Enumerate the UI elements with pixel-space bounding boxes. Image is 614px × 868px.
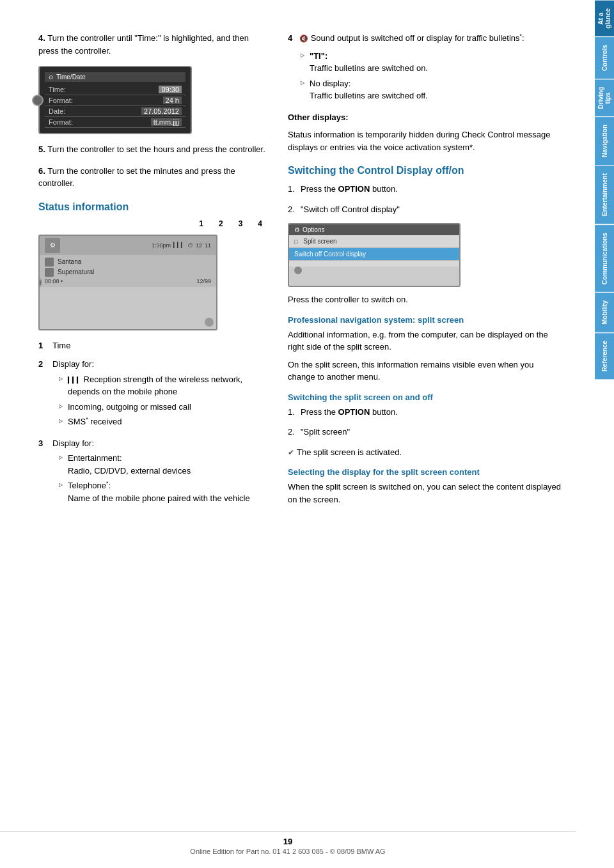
controller-btn	[205, 318, 214, 327]
page-number: 19	[283, 837, 292, 846]
subitem-telephone: Telephone*:Name of the mobile phone pair…	[59, 479, 269, 504]
other-displays-text: Status information is temporarily hidden…	[288, 128, 563, 153]
step-4: 4. Turn the controller until "Time:" is …	[38, 32, 269, 57]
item-2-label: Display for:	[52, 359, 94, 369]
right-step-4-icon: 🔇	[299, 35, 308, 42]
screen-artist: Santana	[45, 258, 211, 267]
switching-step-1: Press the OPTION button.	[288, 183, 563, 196]
screen-music-area: Santana Supernatural 00:08 • 12/99	[40, 255, 216, 287]
options-screen: ⚙ Options □ Split screen Switch off Cont…	[288, 223, 460, 287]
split-screen-option: □ Split screen	[289, 235, 459, 248]
screen-row-date: Date: 27.05.2012	[45, 106, 185, 117]
subitem-sms: SMS* received	[59, 415, 269, 428]
screen-knob	[294, 267, 302, 274]
step-4-text: Turn the controller until "Time:" is hig…	[38, 33, 249, 56]
item-3-label: Display for:	[52, 438, 94, 448]
pro-nav-text1: Additional information, e.g. from the co…	[288, 329, 563, 353]
screen-bottom-area	[289, 267, 459, 286]
step-6: 6. Turn the controller to set the minute…	[38, 165, 269, 190]
screen-icon: ⚙	[45, 238, 60, 253]
subitem-incoming: Incoming, outgoing or missed call	[59, 401, 269, 414]
screen-track-info: 00:08 • 12/99	[45, 278, 211, 284]
no-display-item: No display: Traffic bulletins are switch…	[301, 77, 563, 102]
right-step-4-list: "TI": Traffic bulletins are switched on.…	[288, 50, 563, 102]
right-step-4: 4 🔇 Sound output is switched off or disp…	[288, 32, 563, 102]
item-1-label: Time	[52, 341, 70, 350]
screen-row-format1: Format: 24 h	[45, 95, 185, 106]
right-column: 4 🔇 Sound output is switched off or disp…	[288, 32, 563, 514]
step-5-text: Turn the controller to set the hours and…	[47, 144, 265, 154]
selecting-heading: Selecting the display for the split scre…	[288, 467, 563, 477]
number-labels: 1 2 3 4	[38, 219, 269, 228]
switching-heading: Switching the Control Display off/on	[288, 165, 563, 176]
sidebar-tab-mobility[interactable]: Mobility	[595, 292, 614, 332]
sidebar-tab-driving-tips[interactable]: Driving tips	[595, 79, 614, 116]
split-screen-heading: Switching the split screen on and off	[288, 392, 563, 402]
sidebar-tab-at-a-glance[interactable]: At a glance	[595, 0, 614, 36]
item-2: 2 Display for: ▎▎▎ Reception strength of…	[38, 358, 269, 431]
screen-header: ⊙ Time/Date	[45, 72, 185, 82]
footer-text: Online Edition for Part no. 01 41 2 603 …	[190, 848, 385, 855]
item-3-subitems: Entertainment:Radio, CD/DVD, external de…	[52, 452, 269, 504]
step-5: 5. Turn the controller to set the hours …	[38, 143, 269, 156]
screen-row-format2: Format: tt.mm.jjjj	[45, 117, 185, 128]
step-6-text: Turn the controller to set the minutes a…	[38, 166, 235, 189]
cd-icon	[45, 268, 54, 277]
split-screen-activated: ✔ The split screen is activated.	[288, 446, 563, 459]
switching-step-2: "Switch off Control display"	[288, 203, 563, 216]
step-4-number: 4.	[38, 33, 45, 43]
controller-knob	[32, 95, 43, 106]
split-step-2: "Split screen"	[288, 426, 563, 438]
music-icon	[45, 258, 54, 267]
item-1: 1 Time	[38, 339, 269, 352]
sidebar-tab-controls[interactable]: Controls	[595, 36, 614, 79]
screen-row-time: Time: 09:30	[45, 84, 185, 95]
pro-nav-text2: On the split screen, this information re…	[288, 359, 563, 384]
press-controller-text: Press the controller to switch on.	[288, 293, 563, 306]
sidebar-tab-navigation[interactable]: Navigation	[595, 116, 614, 165]
item-2-subitems: ▎▎▎ Reception strength of the wireless n…	[52, 373, 269, 428]
other-displays-heading: Other displays:	[288, 111, 563, 124]
page-footer: 19 Online Edition for Part no. 01 41 2 6…	[0, 831, 576, 855]
right-step-4-text: Sound output is switched off or display …	[311, 33, 524, 43]
step-5-number: 5.	[38, 144, 45, 154]
status-screen: ⚙ 1:30pm ▎▎▎ ⏱ 12 11	[38, 235, 217, 330]
pro-nav-heading: Professional navigation system: split sc…	[288, 315, 563, 325]
time-date-screen: ⊙ Time/Date Time: 09:30 Format: 24 h Dat…	[38, 66, 192, 134]
status-information-heading: Status information	[38, 201, 269, 213]
status-info-diagram: 1 2 3 4 ⚙ 1:30pm	[38, 219, 269, 330]
screen-title: Time/Date	[56, 74, 86, 81]
step-6-number: 6.	[38, 166, 45, 176]
screen-top-bar: ⚙ 1:30pm ▎▎▎ ⏱ 12 11	[40, 236, 216, 255]
split-screen-steps: Press the OPTION button. "Split screen"	[288, 406, 563, 438]
split-screen-activated-text: The split screen is activated.	[297, 446, 402, 459]
subitem-entertainment: Entertainment:Radio, CD/DVD, external de…	[59, 452, 269, 477]
selecting-text: When the split screen is switched on, yo…	[288, 481, 563, 506]
sidebar-tab-communications[interactable]: Communications	[595, 224, 614, 292]
ti-item: "TI": Traffic bulletins are switched on.	[301, 50, 563, 75]
options-header: ⚙ Options	[289, 224, 459, 235]
sidebar-tab-reference[interactable]: Reference	[595, 332, 614, 379]
subitem-signal: ▎▎▎ Reception strength of the wireless n…	[59, 373, 269, 398]
sidebar-tabs: At a glance Controls Driving tips Naviga…	[595, 0, 614, 379]
split-step-1: Press the OPTION button.	[288, 406, 563, 419]
switch-off-option: Switch off Control display	[289, 248, 459, 261]
item-3: 3 Display for: Entertainment:Radio, CD/D…	[38, 437, 269, 508]
sidebar-tab-entertainment[interactable]: Entertainment	[595, 165, 614, 224]
left-column: 4. Turn the controller until "Time:" is …	[38, 32, 269, 514]
screen-status-info: 1:30pm ▎▎▎ ⏱ 12 11	[152, 242, 211, 249]
screen-album: Supernatural	[45, 268, 211, 277]
switching-steps: Press the OPTION button. "Switch off Con…	[288, 183, 563, 215]
